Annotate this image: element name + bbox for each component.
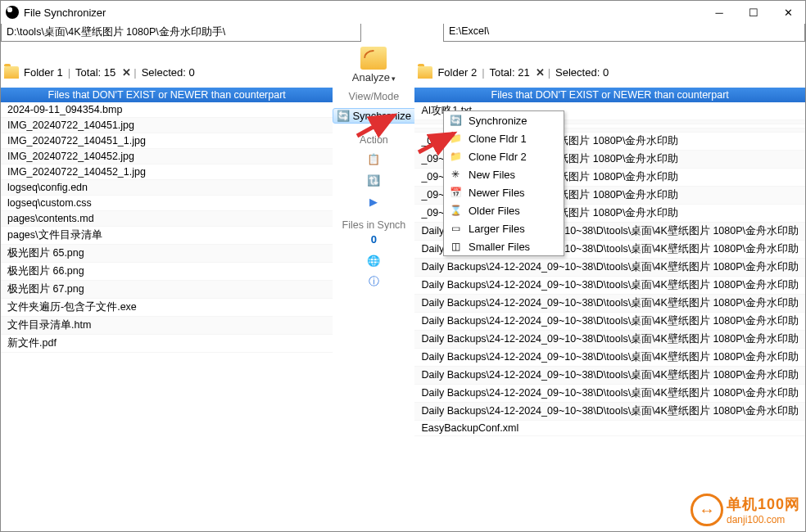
list-item[interactable]: IMG_20240722_140452_1.jpg	[1, 165, 333, 180]
menu-icon: ⌛	[449, 204, 462, 217]
list-header-left: Files that DON'T EXIST or NEWER than cou…	[1, 88, 333, 102]
list-item[interactable]: 极光图片 65.png	[1, 245, 333, 263]
list-item[interactable]: logseq\custom.css	[1, 196, 333, 211]
window-title: File Synchronizer	[24, 7, 702, 19]
watermark-icon: ↔	[691, 494, 723, 526]
menu-item-label: Older Files	[469, 205, 520, 217]
list-item[interactable]: Daily Backups\24-12-2024_09~10~38\D\tool…	[414, 331, 805, 349]
titlebar: File Synchronizer ─ ☐ ✕	[1, 1, 805, 24]
files-in-synch-count: 0	[333, 233, 414, 246]
menu-item[interactable]: 🔄Synchronize	[444, 111, 564, 129]
path-right[interactable]: E:\Excel\	[443, 24, 805, 42]
folder2-label: Folder 2	[434, 66, 480, 79]
clear-icon[interactable]: ✕	[120, 67, 132, 79]
folder2-total: Total: 21	[487, 66, 533, 79]
folder1-header: Folder 1 | Total: 15 ✕ | Selected: 0	[1, 58, 333, 88]
clear-icon[interactable]: ✕	[535, 67, 546, 79]
viewmode-label: View/Mode	[333, 88, 414, 105]
list-item[interactable]: Daily Backups\24-12-2024_09~10~38\D\tool…	[414, 367, 805, 385]
menu-item[interactable]: ✳New Files	[444, 165, 564, 183]
sync-icon: 🔄	[337, 110, 350, 122]
menu-item-label: Newer Files	[469, 187, 525, 199]
list-item[interactable]: 文件夹遍历-包含子文件.exe	[1, 299, 333, 317]
menu-item[interactable]: ▭Larger Files	[444, 219, 564, 237]
info-icon[interactable]: ⓘ	[364, 273, 383, 290]
action-label: Action	[333, 132, 414, 148]
menu-item-label: Synchronize	[469, 115, 528, 127]
menu-icon: 📁	[449, 132, 462, 145]
menu-item-label: Smaller Files	[469, 241, 530, 253]
menu-item-label: Larger Files	[469, 223, 525, 235]
action-refresh-icon[interactable]: 🔃	[364, 172, 383, 188]
folder-icon[interactable]	[418, 66, 432, 79]
globe-icon[interactable]: 🌐	[364, 252, 383, 268]
analyze-button[interactable]: Analyze▾	[333, 71, 414, 83]
folder2-selected: Selected: 0	[552, 66, 612, 79]
folder-icon[interactable]	[4, 66, 19, 79]
list-item[interactable]: Daily Backups\24-12-2024_09~10~38\D\tool…	[414, 313, 805, 331]
minimize-button[interactable]: ─	[702, 1, 736, 24]
path-left[interactable]: D:\tools\桌面\4K壁纸图片 1080P\金舟水印助手\	[1, 24, 361, 42]
menu-icon: ✳	[449, 168, 462, 181]
list-item[interactable]: 极光图片 67.png	[1, 281, 333, 299]
watermark: ↔ 单机100网 danji100.com	[691, 494, 800, 526]
list-item[interactable]: 文件目录清单.htm	[1, 317, 333, 335]
list-item[interactable]: 极光图片 66.png	[1, 263, 333, 281]
menu-item[interactable]: 📁Clone Fldr 2	[444, 147, 564, 165]
menu-icon: 📅	[449, 186, 462, 199]
list-item[interactable]: pages\contents.md	[1, 211, 333, 227]
list-item[interactable]: Daily Backups\24-12-2024_09~10~38\D\tool…	[414, 295, 805, 313]
close-button[interactable]: ✕	[771, 1, 805, 24]
menu-item-label: New Files	[469, 169, 515, 181]
list-item[interactable]: Daily Backups\24-12-2024_09~10~38\D\tool…	[414, 385, 805, 403]
list-item[interactable]: Daily Backups\24-12-2024_09~10~38\D\tool…	[414, 259, 805, 277]
synchronize-button[interactable]: 🔄Synchronize▾	[333, 108, 423, 124]
menu-item[interactable]: 📅Newer Files	[444, 183, 564, 201]
list-item[interactable]: IMG_20240722_140452.jpg	[1, 149, 333, 165]
list-item[interactable]: logseq\config.edn	[1, 180, 333, 196]
analyze-icon[interactable]	[360, 47, 387, 70]
panel-center: Analyze▾ View/Mode 🔄Synchronize▾ Action …	[333, 42, 414, 531]
menu-item[interactable]: 📁Clone Fldr 1	[444, 129, 564, 147]
menu-item[interactable]: ⌛Older Files	[444, 201, 564, 219]
menu-icon: ◫	[449, 240, 462, 253]
menu-icon: ▭	[449, 222, 462, 235]
list-item[interactable]: 2024-09-11_094354.bmp	[1, 102, 333, 118]
list-item[interactable]: Daily Backups\24-12-2024_09~10~38\D\tool…	[414, 349, 805, 367]
list-item[interactable]: Daily Backups\24-12-2024_09~10~38\D\tool…	[414, 277, 805, 295]
app-logo-icon	[6, 6, 19, 19]
action-play-icon[interactable]: ▶	[364, 193, 383, 210]
list-header-right: Files that DON'T EXIST or NEWER than cou…	[414, 88, 805, 102]
watermark-line2: danji100.com	[727, 514, 800, 525]
menu-icon: 📁	[449, 150, 462, 163]
list-item[interactable]: EasyBackupConf.xml	[414, 421, 805, 436]
files-in-synch-label: Files in Synch	[333, 217, 414, 233]
file-list-left[interactable]: 2024-09-11_094354.bmpIMG_20240722_140451…	[1, 102, 333, 531]
list-item[interactable]: IMG_20240722_140451_1.jpg	[1, 133, 333, 149]
action-copy-icon[interactable]: 📋	[364, 151, 383, 167]
menu-icon: 🔄	[449, 114, 462, 127]
folder1-label: Folder 1	[20, 66, 66, 79]
list-item[interactable]: Daily Backups\24-12-2024_09~10~38\D\tool…	[414, 403, 805, 421]
menu-item-label: Clone Fldr 1	[469, 133, 527, 145]
list-item[interactable]: 新文件.pdf	[1, 335, 333, 353]
maximize-button[interactable]: ☐	[736, 1, 771, 24]
list-item[interactable]: IMG_20240722_140451.jpg	[1, 118, 333, 133]
folder2-header: Folder 2 | Total: 21 ✕ | Selected: 0	[414, 58, 805, 88]
menu-item[interactable]: ◫Smaller Files	[444, 237, 564, 255]
list-item[interactable]: pages\文件目录清单	[1, 227, 333, 245]
watermark-line1: 单机100网	[727, 494, 800, 514]
synchronize-dropdown[interactable]: 🔄Synchronize📁Clone Fldr 1📁Clone Fldr 2✳N…	[443, 110, 564, 256]
path-row: D:\tools\桌面\4K壁纸图片 1080P\金舟水印助手\ E:\Exce…	[1, 24, 805, 42]
folder1-selected: Selected: 0	[138, 66, 198, 79]
panel-left: Folder 1 | Total: 15 ✕ | Selected: 0 Fil…	[1, 42, 333, 531]
menu-item-label: Clone Fldr 2	[469, 151, 527, 163]
folder1-total: Total: 15	[72, 66, 119, 79]
